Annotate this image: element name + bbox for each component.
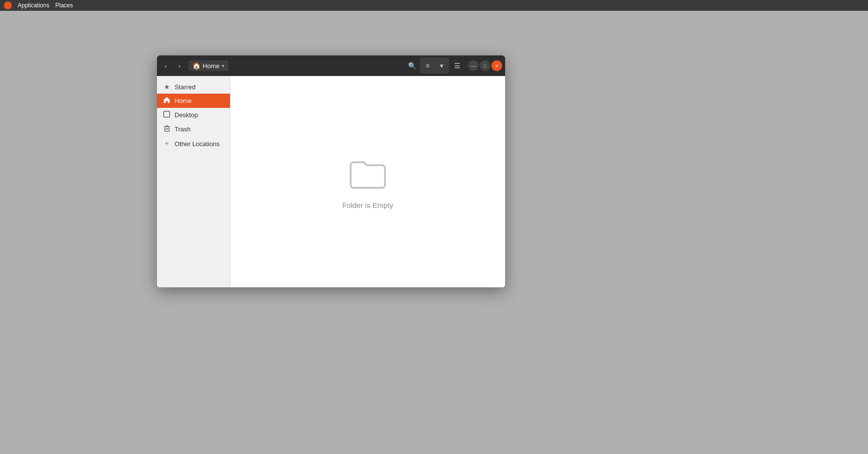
trash-icon	[163, 125, 171, 133]
sidebar-item-desktop[interactable]: Desktop	[157, 108, 230, 122]
ubuntu-logo	[4, 1, 12, 9]
breadcrumb[interactable]: 🏠 Home ▾	[188, 60, 229, 71]
system-bar: Applications Places	[0, 0, 868, 11]
sidebar-item-starred[interactable]: ★ Starred	[157, 80, 230, 94]
file-manager-window: ‹ › 🏠 Home ▾ 🔍 ≡ ▾ ☰ — □ ✕ ★ Sta	[157, 55, 505, 287]
toolbar-actions: 🔍 ≡ ▾ ☰	[405, 58, 464, 74]
places-menu[interactable]: Places	[55, 2, 73, 9]
sidebar-label-home: Home	[175, 97, 192, 104]
sidebar-item-other-locations[interactable]: + Other Locations	[157, 136, 230, 151]
sidebar-label-trash: Trash	[175, 126, 191, 133]
view-dropdown-button[interactable]: ▾	[434, 59, 448, 73]
home-icon: 🏠	[192, 62, 201, 70]
svg-rect-0	[164, 111, 170, 117]
sidebar-label-other-locations: Other Locations	[175, 140, 220, 148]
applications-menu[interactable]: Applications	[18, 2, 50, 9]
svg-rect-1	[165, 126, 169, 131]
view-toggle-group: ≡ ▾	[420, 58, 449, 74]
sidebar: ★ Starred Home Desktop	[157, 76, 230, 287]
desktop-icon	[163, 111, 171, 119]
sidebar-item-home[interactable]: Home	[157, 94, 230, 108]
sidebar-item-trash[interactable]: Trash	[157, 122, 230, 136]
breadcrumb-label: Home	[203, 62, 220, 70]
forward-button[interactable]: ›	[174, 60, 185, 72]
home-sidebar-icon	[163, 97, 171, 105]
minimize-button[interactable]: —	[468, 60, 479, 71]
sidebar-label-desktop: Desktop	[175, 111, 198, 119]
search-button[interactable]: 🔍	[405, 59, 419, 73]
menu-button[interactable]: ☰	[450, 59, 464, 73]
empty-folder-text: Folder is Empty	[342, 201, 393, 209]
star-icon: ★	[163, 83, 171, 91]
list-view-button[interactable]: ≡	[421, 59, 434, 73]
file-content-area: Folder is Empty	[230, 76, 505, 287]
empty-folder-icon	[348, 154, 387, 193]
close-button[interactable]: ✕	[491, 60, 502, 71]
breadcrumb-dropdown-icon: ▾	[222, 63, 225, 69]
main-area: ★ Starred Home Desktop	[157, 76, 505, 287]
sidebar-label-starred: Starred	[175, 83, 196, 91]
titlebar: ‹ › 🏠 Home ▾ 🔍 ≡ ▾ ☰ — □ ✕	[157, 55, 505, 76]
window-controls: — □ ✕	[468, 60, 502, 71]
maximize-button[interactable]: □	[480, 60, 490, 71]
back-button[interactable]: ‹	[160, 60, 172, 72]
add-icon: +	[163, 139, 171, 148]
